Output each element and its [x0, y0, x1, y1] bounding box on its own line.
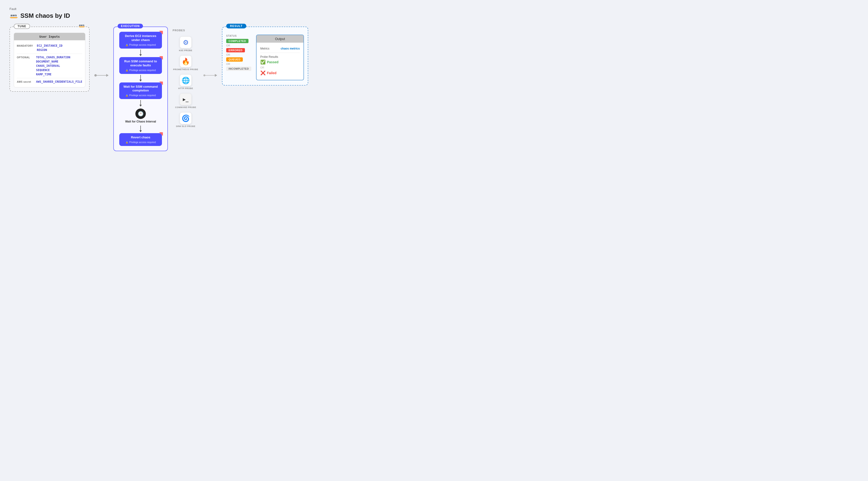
fault-label: Fault	[9, 7, 859, 11]
optional-field-3: SEQUENCE	[36, 68, 70, 72]
mandatory-field-1: REGION	[37, 49, 62, 52]
status-incompleted: INCOMPLETED	[226, 67, 251, 71]
status-title: STATUS	[226, 35, 251, 37]
arrow-line	[97, 75, 106, 75]
aws-logo-text: aws	[10, 13, 17, 17]
exec-step-title-2: Wait for SSM command completion	[123, 85, 159, 93]
probe-prometheus: 🔥 PROMETHEUS PROBE	[173, 56, 198, 71]
optional-field-0: TOTAL_CHAOS_DURATION	[36, 56, 70, 59]
clock-icon: 🕐	[135, 108, 146, 119]
lock-icon-1: 🔒	[125, 69, 128, 71]
execution-box: EXECUTION Derive EC2 instances under cha…	[113, 27, 168, 151]
optional-field-1: DOCUMENT_NAME	[36, 60, 70, 63]
exec-arrow-line-0	[141, 50, 141, 54]
exec-arrow-0	[140, 50, 142, 56]
exec-arrow-1	[140, 75, 142, 82]
srm-probe-label: SRM SLO PROBE	[176, 125, 195, 127]
exec-step-sub-1: 🔒 Privilege access required	[123, 69, 159, 71]
user-inputs-table: User Inputs MANDATORY EC2_INSTANCE_ID RE…	[14, 33, 85, 88]
result-inner: STATUS COMPLETED OR ERRORED OR QUEUED OR…	[226, 35, 304, 80]
srm-probe-icon: 🌀	[180, 112, 192, 124]
tune-box: TUNE aws User Inputs MANDATORY EC2_INSTA…	[9, 27, 90, 92]
optional-field-4: RAMP_TIME	[36, 73, 70, 76]
command-probe-icon: ▶_	[180, 93, 192, 105]
output-box: Output Metrics chaos metrics Probe Resul…	[256, 35, 304, 80]
exec-step-title-1: Run SSM command to execute faults	[123, 60, 159, 67]
metrics-value: chaos metrics	[281, 47, 300, 50]
diagram-container: TUNE aws User Inputs MANDATORY EC2_INSTA…	[9, 27, 859, 151]
mandatory-row: MANDATORY EC2_INSTANCE_ID REGION	[17, 42, 82, 54]
optional-label: OPTIONAL	[17, 56, 32, 59]
clock-label: Wait for Chaos Interval	[125, 120, 156, 124]
passed-label: Passed	[267, 60, 279, 64]
x-icon: ❌	[260, 70, 266, 75]
exec-arrow-line-1	[141, 75, 141, 79]
metrics-label: Metrics	[260, 47, 277, 50]
k8s-probe-label: K8S PROBE	[179, 49, 192, 52]
exec-arrow-line-2	[141, 100, 141, 105]
exec-arrow-tip-3	[140, 130, 142, 132]
execution-label: EXECUTION	[118, 24, 143, 28]
page-title: aws SSM chaos by ID	[9, 12, 859, 20]
mandatory-label: MANDATORY	[17, 44, 33, 47]
probe-command: ▶_ COMMAND PROBE	[175, 93, 196, 108]
arrow-circle	[94, 74, 97, 76]
probe-srm: 🌀 SRM SLO PROBE	[176, 112, 195, 127]
exec-arrow-tip-1	[140, 79, 142, 82]
exec-step-sub-4: 🔒 Privilege access required	[123, 141, 159, 143]
lock-icon-0: 🔒	[125, 43, 128, 46]
probes-label: PROBES	[173, 29, 185, 32]
status-completed: COMPLETED	[226, 39, 248, 43]
exec-arrow-2	[140, 100, 142, 107]
arrow-head	[106, 74, 108, 77]
exec-step-0: Derive EC2 instances under chaos 🔒 Privi…	[119, 32, 162, 49]
secret-value: AWS_SHARED_CREDENTIALS_FILE	[36, 80, 82, 84]
probe-arrow-dot	[204, 74, 205, 76]
step-badge-1	[159, 56, 163, 60]
exec-step-sub-2: 🔒 Privilege access required	[123, 94, 159, 97]
aws-corner-text: aws	[79, 24, 85, 27]
status-section: STATUS COMPLETED OR ERRORED OR QUEUED OR…	[226, 35, 251, 77]
command-probe-label: COMMAND PROBE	[175, 106, 196, 108]
page-title-text: SSM chaos by ID	[21, 12, 70, 20]
optional-values: TOTAL_CHAOS_DURATION DOCUMENT_NAME CHAOS…	[36, 56, 70, 76]
or-2: OR	[226, 53, 251, 56]
http-probe-icon: 🌐	[180, 74, 192, 86]
exec-step-title-0: Derive EC2 instances under chaos	[123, 34, 159, 42]
exec-step-2: Wait for SSM command completion 🔒 Privil…	[119, 83, 162, 99]
step-badge-2	[159, 82, 163, 85]
probe-arrow-line	[205, 75, 215, 75]
aws-logo: aws	[9, 13, 18, 18]
exec-arrow-line-3	[141, 126, 141, 130]
k8s-probe-icon: ⚙	[180, 36, 192, 49]
lock-icon-2: 🔒	[125, 94, 128, 97]
result-label: RESULT	[226, 24, 246, 28]
exec-step-4: Revert chaos 🔒 Privilege access required	[119, 133, 162, 146]
exec-step-sub-0: 🔒 Privilege access required	[123, 43, 159, 46]
optional-field-2: CHAOS_INTERVAL	[36, 64, 70, 67]
probe-failed: ❌ Failed	[260, 70, 276, 75]
probes-section: PROBES ⚙ K8S PROBE 🔥 PROMETHEUS PROBE 🌐 …	[173, 27, 199, 131]
output-header: Output	[256, 35, 304, 43]
probes-wrapper: PROBES ⚙ K8S PROBE 🔥 PROMETHEUS PROBE 🌐 …	[173, 27, 199, 131]
status-queued: QUEUED	[226, 57, 243, 62]
optional-row: OPTIONAL TOTAL_CHAOS_DURATION DOCUMENT_N…	[17, 54, 82, 78]
exec-arrow-tip-0	[140, 54, 142, 56]
prometheus-probe-icon: 🔥	[180, 56, 192, 67]
lock-icon-4: 🔒	[125, 141, 128, 143]
http-probe-label: HTTP PROBE	[178, 87, 193, 90]
mandatory-values: EC2_INSTANCE_ID REGION	[37, 44, 62, 52]
exec-arrow-3	[140, 126, 142, 132]
exec-step-title-4: Revert chaos	[123, 135, 159, 139]
or-1: OR	[226, 44, 251, 47]
or-3: OR	[226, 63, 251, 65]
step-badge-4	[159, 132, 163, 136]
mandatory-field-0: EC2_INSTANCE_ID	[37, 44, 62, 47]
clock-step: 🕐 Wait for Chaos Interval	[125, 108, 156, 124]
failed-label: Failed	[267, 71, 276, 75]
step-badge-0	[159, 31, 163, 35]
prometheus-probe-label: PROMETHEUS PROBE	[173, 68, 198, 71]
inputs-body: MANDATORY EC2_INSTANCE_ID REGION OPTIONA…	[14, 40, 85, 87]
probe-k8s: ⚙ K8S PROBE	[179, 36, 192, 52]
exec-step-1: Run SSM command to execute faults 🔒 Priv…	[119, 57, 162, 74]
